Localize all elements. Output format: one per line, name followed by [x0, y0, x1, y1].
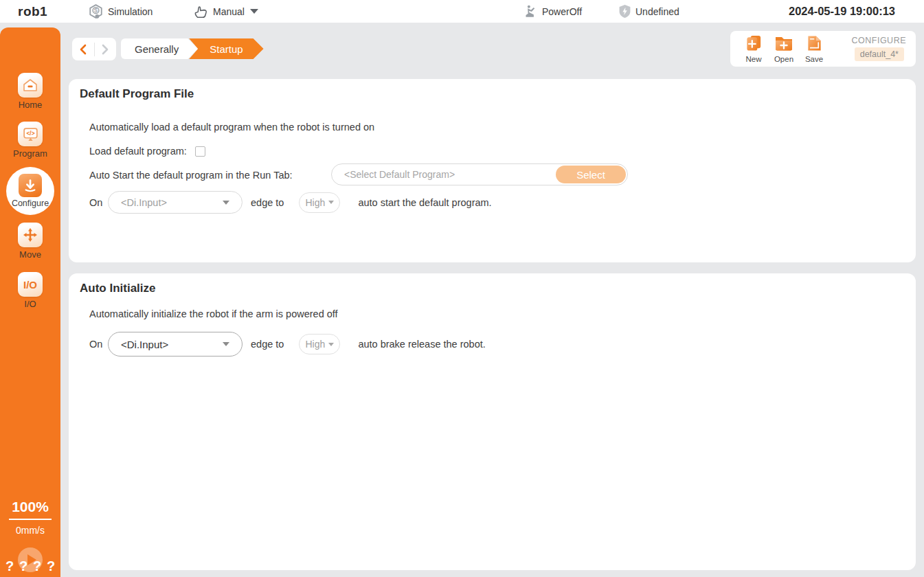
- di-input-dropdown[interactable]: <Di.Input>: [108, 191, 243, 214]
- autostart-trailing-text: auto start the default program.: [358, 197, 491, 208]
- edge-level-dropdown[interactable]: High: [299, 334, 340, 354]
- chevron-right-icon: [101, 44, 109, 55]
- simulation-toggle[interactable]: S Simulation: [88, 0, 153, 23]
- io-icon-glyph: I/O: [23, 279, 37, 291]
- chevron-down-icon: [223, 342, 229, 346]
- on-label: On: [89, 197, 108, 208]
- program-icon: </>: [18, 122, 43, 146]
- sidebar-item-move[interactable]: Move: [0, 223, 60, 260]
- edge-level-value: High: [305, 197, 325, 208]
- manual-mode-selector[interactable]: Manual: [192, 0, 245, 23]
- chevron-left-icon: [79, 44, 87, 55]
- configure-icon: [19, 174, 42, 197]
- save-label: Save: [799, 55, 829, 63]
- move-icon: [18, 223, 43, 247]
- di-input-value: <Di.Input>: [121, 339, 223, 350]
- svg-text:</>: </>: [26, 130, 34, 137]
- card-title: Default Program File: [80, 87, 194, 101]
- manual-label: Manual: [213, 6, 245, 17]
- sidebar-label-program: Program: [0, 148, 60, 159]
- default-program-input[interactable]: <Select Default Program> Select: [331, 163, 628, 185]
- chevron-down-icon: [328, 343, 334, 346]
- hand-icon: [192, 4, 209, 19]
- configure-section-label: CONFIGURE: [852, 36, 907, 45]
- load-default-label: Load default program:: [89, 146, 187, 157]
- edge-to-label: edge to: [251, 197, 284, 208]
- autostart-label: Auto Start the default program in the Ru…: [89, 170, 293, 181]
- help-question-button[interactable]: ?: [5, 558, 14, 574]
- svg-text:S: S: [94, 8, 98, 14]
- open-label: Open: [769, 55, 799, 63]
- datetime-display: 2024-05-19 19:00:13: [789, 0, 895, 23]
- sidebar-label-home: Home: [0, 100, 60, 110]
- edge-level-dropdown[interactable]: High: [299, 192, 340, 213]
- card-description: Automatically load a default program whe…: [89, 122, 374, 133]
- sidebar-item-io[interactable]: I/O I/O: [0, 272, 60, 309]
- on-label: On: [89, 339, 108, 350]
- initialize-trailing-text: auto brake release the robot.: [358, 339, 485, 350]
- help-buttons: ? ? ? ?: [0, 558, 60, 574]
- current-file-badge: default_4*: [855, 47, 904, 61]
- tab-startup[interactable]: Startup: [189, 38, 263, 59]
- edge-level-value: High: [305, 339, 325, 350]
- chevron-down-icon: [223, 201, 229, 205]
- sidebar-label-move: Move: [0, 249, 60, 260]
- manual-dropdown-button[interactable]: [250, 0, 258, 23]
- breadcrumb: Generally Startup: [121, 38, 264, 59]
- poweroff-label: PowerOff: [542, 6, 582, 17]
- load-default-row: Load default program:: [89, 146, 205, 157]
- speed-value-display: 0mm/s: [0, 525, 60, 536]
- sidebar-item-program[interactable]: </> Program: [0, 122, 60, 159]
- save-file-icon: [806, 34, 823, 52]
- safety-status-button[interactable]: Undefined: [618, 0, 679, 23]
- forward-button[interactable]: [95, 38, 117, 60]
- shield-icon: [618, 4, 631, 19]
- initialize-trigger-row: On <Di.Input> edge to High auto brake re…: [89, 332, 486, 357]
- chevron-down-icon: [250, 9, 258, 14]
- chevron-down-icon: [328, 201, 334, 204]
- sidebar-item-home[interactable]: Home: [0, 73, 60, 110]
- undefined-label: Undefined: [635, 6, 679, 17]
- sidebar-label-io: I/O: [0, 299, 60, 309]
- history-nav: [72, 38, 116, 60]
- sidebar: Home </> Program Configure: [0, 27, 60, 577]
- edge-to-label: edge to: [251, 339, 284, 350]
- active-item-highlight: Configure: [6, 167, 54, 215]
- card-title: Auto Initialize: [80, 282, 156, 295]
- default-program-placeholder: <Select Default Program>: [344, 169, 455, 180]
- di-input-value: <Di.Input>: [121, 197, 223, 208]
- autostart-trigger-row: On <Di.Input> edge to High auto start th…: [89, 191, 492, 214]
- tab-generally[interactable]: Generally: [121, 38, 198, 59]
- di-input-dropdown[interactable]: <Di.Input>: [108, 332, 243, 357]
- io-icon: I/O: [18, 272, 43, 297]
- help-question-button[interactable]: ?: [33, 558, 41, 574]
- save-button[interactable]: Save: [799, 34, 829, 63]
- new-button[interactable]: New: [739, 34, 769, 63]
- speed-percent-display: 100%: [0, 499, 60, 520]
- auto-initialize-card: Auto Initialize Automatically initialize…: [69, 273, 916, 570]
- new-label: New: [739, 55, 769, 63]
- sidebar-label-configure: Configure: [12, 199, 49, 208]
- open-folder-icon: [774, 34, 793, 52]
- new-file-icon: [745, 34, 763, 52]
- select-program-button[interactable]: Select: [556, 166, 626, 183]
- back-button[interactable]: [72, 38, 94, 60]
- sidebar-item-configure[interactable]: Configure: [0, 167, 60, 215]
- load-default-checkbox[interactable]: [195, 146, 205, 157]
- app-logo: rob1: [18, 0, 47, 23]
- file-toolbar: New Open Save CONFIGURE default_4*: [730, 31, 916, 67]
- simulation-label: Simulation: [108, 6, 153, 17]
- card-description: Automatically initialize the robot if th…: [89, 308, 338, 319]
- robot-icon: [523, 4, 538, 19]
- help-question-button[interactable]: ?: [19, 558, 27, 574]
- open-button[interactable]: Open: [769, 34, 799, 63]
- default-program-card: Default Program File Automatically load …: [69, 79, 916, 262]
- help-question-button[interactable]: ?: [47, 558, 55, 574]
- home-icon: [18, 73, 43, 98]
- power-status-button[interactable]: PowerOff: [523, 0, 582, 23]
- top-bar: rob1 S Simulation Manual PowerOff Undefi…: [0, 0, 924, 23]
- autostart-row: Auto Start the default program in the Ru…: [89, 163, 293, 187]
- simulation-icon: S: [88, 3, 104, 19]
